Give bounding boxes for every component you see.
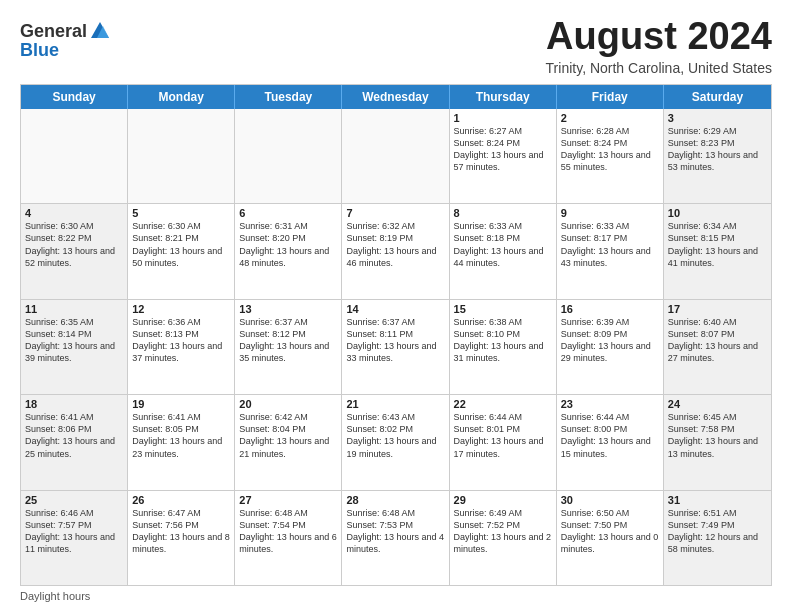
cal-cell: 26Sunrise: 6:47 AM Sunset: 7:56 PM Dayli… — [128, 491, 235, 585]
header-saturday: Saturday — [664, 85, 771, 109]
cal-cell: 21Sunrise: 6:43 AM Sunset: 8:02 PM Dayli… — [342, 395, 449, 489]
header-sunday: Sunday — [21, 85, 128, 109]
day-number: 26 — [132, 494, 230, 506]
cell-info: Sunrise: 6:35 AM Sunset: 8:14 PM Dayligh… — [25, 316, 123, 365]
cal-cell: 29Sunrise: 6:49 AM Sunset: 7:52 PM Dayli… — [450, 491, 557, 585]
cal-cell: 7Sunrise: 6:32 AM Sunset: 8:19 PM Daylig… — [342, 204, 449, 298]
cell-info: Sunrise: 6:30 AM Sunset: 8:21 PM Dayligh… — [132, 220, 230, 269]
day-number: 14 — [346, 303, 444, 315]
cell-info: Sunrise: 6:45 AM Sunset: 7:58 PM Dayligh… — [668, 411, 767, 460]
cell-info: Sunrise: 6:27 AM Sunset: 8:24 PM Dayligh… — [454, 125, 552, 174]
day-number: 9 — [561, 207, 659, 219]
cal-cell: 19Sunrise: 6:41 AM Sunset: 8:05 PM Dayli… — [128, 395, 235, 489]
cal-cell: 5Sunrise: 6:30 AM Sunset: 8:21 PM Daylig… — [128, 204, 235, 298]
logo-icon — [89, 20, 111, 42]
cell-info: Sunrise: 6:48 AM Sunset: 7:54 PM Dayligh… — [239, 507, 337, 556]
cal-cell: 25Sunrise: 6:46 AM Sunset: 7:57 PM Dayli… — [21, 491, 128, 585]
cal-cell: 20Sunrise: 6:42 AM Sunset: 8:04 PM Dayli… — [235, 395, 342, 489]
day-number: 7 — [346, 207, 444, 219]
cell-info: Sunrise: 6:33 AM Sunset: 8:17 PM Dayligh… — [561, 220, 659, 269]
day-number: 30 — [561, 494, 659, 506]
day-number: 19 — [132, 398, 230, 410]
cell-info: Sunrise: 6:36 AM Sunset: 8:13 PM Dayligh… — [132, 316, 230, 365]
cal-cell: 17Sunrise: 6:40 AM Sunset: 8:07 PM Dayli… — [664, 300, 771, 394]
cell-info: Sunrise: 6:28 AM Sunset: 8:24 PM Dayligh… — [561, 125, 659, 174]
cell-info: Sunrise: 6:44 AM Sunset: 8:00 PM Dayligh… — [561, 411, 659, 460]
day-number: 2 — [561, 112, 659, 124]
day-number: 10 — [668, 207, 767, 219]
day-number: 3 — [668, 112, 767, 124]
day-number: 1 — [454, 112, 552, 124]
cal-cell: 12Sunrise: 6:36 AM Sunset: 8:13 PM Dayli… — [128, 300, 235, 394]
logo-blue: Blue — [20, 40, 111, 61]
header-tuesday: Tuesday — [235, 85, 342, 109]
footer-note: Daylight hours — [20, 586, 772, 602]
cal-cell — [342, 109, 449, 203]
cal-cell: 9Sunrise: 6:33 AM Sunset: 8:17 PM Daylig… — [557, 204, 664, 298]
cal-cell: 2Sunrise: 6:28 AM Sunset: 8:24 PM Daylig… — [557, 109, 664, 203]
cal-row-3: 18Sunrise: 6:41 AM Sunset: 8:06 PM Dayli… — [21, 394, 771, 489]
cell-info: Sunrise: 6:31 AM Sunset: 8:20 PM Dayligh… — [239, 220, 337, 269]
cal-cell: 28Sunrise: 6:48 AM Sunset: 7:53 PM Dayli… — [342, 491, 449, 585]
cal-cell: 31Sunrise: 6:51 AM Sunset: 7:49 PM Dayli… — [664, 491, 771, 585]
day-number: 25 — [25, 494, 123, 506]
cell-info: Sunrise: 6:51 AM Sunset: 7:49 PM Dayligh… — [668, 507, 767, 556]
cell-info: Sunrise: 6:37 AM Sunset: 8:12 PM Dayligh… — [239, 316, 337, 365]
day-number: 5 — [132, 207, 230, 219]
day-number: 15 — [454, 303, 552, 315]
cell-info: Sunrise: 6:42 AM Sunset: 8:04 PM Dayligh… — [239, 411, 337, 460]
cal-cell: 1Sunrise: 6:27 AM Sunset: 8:24 PM Daylig… — [450, 109, 557, 203]
header-thursday: Thursday — [450, 85, 557, 109]
day-number: 16 — [561, 303, 659, 315]
cell-info: Sunrise: 6:41 AM Sunset: 8:05 PM Dayligh… — [132, 411, 230, 460]
cell-info: Sunrise: 6:32 AM Sunset: 8:19 PM Dayligh… — [346, 220, 444, 269]
header: General Blue August 2024 Trinity, North … — [20, 16, 772, 76]
cal-cell: 30Sunrise: 6:50 AM Sunset: 7:50 PM Dayli… — [557, 491, 664, 585]
cal-cell: 6Sunrise: 6:31 AM Sunset: 8:20 PM Daylig… — [235, 204, 342, 298]
logo: General Blue — [20, 20, 111, 61]
day-number: 17 — [668, 303, 767, 315]
day-number: 18 — [25, 398, 123, 410]
cal-cell: 27Sunrise: 6:48 AM Sunset: 7:54 PM Dayli… — [235, 491, 342, 585]
cal-cell: 22Sunrise: 6:44 AM Sunset: 8:01 PM Dayli… — [450, 395, 557, 489]
cal-cell: 8Sunrise: 6:33 AM Sunset: 8:18 PM Daylig… — [450, 204, 557, 298]
cal-cell: 18Sunrise: 6:41 AM Sunset: 8:06 PM Dayli… — [21, 395, 128, 489]
day-number: 11 — [25, 303, 123, 315]
cal-cell: 16Sunrise: 6:39 AM Sunset: 8:09 PM Dayli… — [557, 300, 664, 394]
calendar: Sunday Monday Tuesday Wednesday Thursday… — [20, 84, 772, 586]
cell-info: Sunrise: 6:30 AM Sunset: 8:22 PM Dayligh… — [25, 220, 123, 269]
day-number: 22 — [454, 398, 552, 410]
cell-info: Sunrise: 6:49 AM Sunset: 7:52 PM Dayligh… — [454, 507, 552, 556]
cal-cell: 13Sunrise: 6:37 AM Sunset: 8:12 PM Dayli… — [235, 300, 342, 394]
cal-row-0: 1Sunrise: 6:27 AM Sunset: 8:24 PM Daylig… — [21, 109, 771, 203]
cell-info: Sunrise: 6:43 AM Sunset: 8:02 PM Dayligh… — [346, 411, 444, 460]
title-area: August 2024 Trinity, North Carolina, Uni… — [546, 16, 772, 76]
cell-info: Sunrise: 6:48 AM Sunset: 7:53 PM Dayligh… — [346, 507, 444, 556]
cal-cell: 3Sunrise: 6:29 AM Sunset: 8:23 PM Daylig… — [664, 109, 771, 203]
page: General Blue August 2024 Trinity, North … — [0, 0, 792, 612]
day-number: 29 — [454, 494, 552, 506]
header-monday: Monday — [128, 85, 235, 109]
cell-info: Sunrise: 6:34 AM Sunset: 8:15 PM Dayligh… — [668, 220, 767, 269]
day-number: 4 — [25, 207, 123, 219]
day-number: 20 — [239, 398, 337, 410]
day-number: 8 — [454, 207, 552, 219]
header-wednesday: Wednesday — [342, 85, 449, 109]
cell-info: Sunrise: 6:44 AM Sunset: 8:01 PM Dayligh… — [454, 411, 552, 460]
cell-info: Sunrise: 6:47 AM Sunset: 7:56 PM Dayligh… — [132, 507, 230, 556]
logo-general: General — [20, 21, 87, 42]
cal-cell: 23Sunrise: 6:44 AM Sunset: 8:00 PM Dayli… — [557, 395, 664, 489]
day-number: 13 — [239, 303, 337, 315]
cell-info: Sunrise: 6:50 AM Sunset: 7:50 PM Dayligh… — [561, 507, 659, 556]
cal-cell: 24Sunrise: 6:45 AM Sunset: 7:58 PM Dayli… — [664, 395, 771, 489]
cal-row-1: 4Sunrise: 6:30 AM Sunset: 8:22 PM Daylig… — [21, 203, 771, 298]
cal-cell: 15Sunrise: 6:38 AM Sunset: 8:10 PM Dayli… — [450, 300, 557, 394]
cal-row-2: 11Sunrise: 6:35 AM Sunset: 8:14 PM Dayli… — [21, 299, 771, 394]
day-number: 6 — [239, 207, 337, 219]
cell-info: Sunrise: 6:37 AM Sunset: 8:11 PM Dayligh… — [346, 316, 444, 365]
cal-cell — [128, 109, 235, 203]
month-title: August 2024 — [546, 16, 772, 58]
cal-cell — [21, 109, 128, 203]
day-number: 12 — [132, 303, 230, 315]
location: Trinity, North Carolina, United States — [546, 60, 772, 76]
